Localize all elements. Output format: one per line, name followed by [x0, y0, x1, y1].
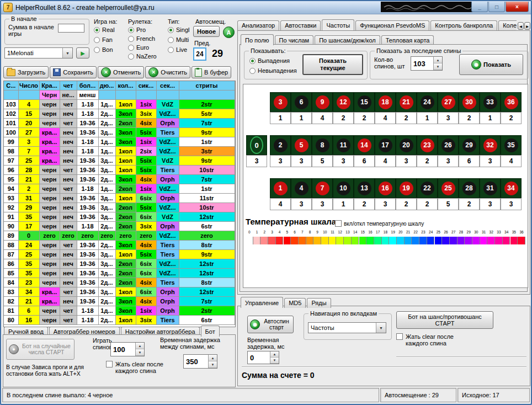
table-row[interactable]: 8334кра...чет19-363д...1кол6sixOrph12str [4, 287, 235, 297]
profile-combobox[interactable]: 1Melonati ▼ [4, 47, 73, 58]
control-tab-2[interactable]: MD5 [284, 298, 306, 308]
show-current-button[interactable]: Показать текущие [302, 54, 363, 75]
field-number-6[interactable]: 6 [291, 92, 312, 112]
main-tab-3[interactable]: Частоты [322, 19, 354, 30]
autoshift-new-button[interactable]: Новое [193, 26, 220, 37]
field-number-19[interactable]: 19 [396, 178, 417, 198]
freq-subtab-1[interactable]: По полю [241, 34, 274, 45]
buffer-button[interactable]: В буфер [191, 66, 231, 78]
field-number-35[interactable]: 35 [501, 135, 522, 155]
save-button[interactable]: Сохранить [50, 66, 97, 78]
roulette-option-2[interactable]: French [128, 35, 155, 42]
field-number-4[interactable]: 4 [291, 178, 312, 198]
field-number-1[interactable]: 1 [270, 178, 291, 198]
field-number-8[interactable]: 8 [312, 135, 333, 155]
type-option-2[interactable]: Multi [168, 36, 189, 43]
stepper-arrows-icon[interactable]: ▲▼ [135, 343, 144, 356]
field-number-27[interactable]: 27 [438, 92, 459, 112]
bot-delay-stepper[interactable]: 350 ▲▼ [183, 354, 217, 369]
field-number-0[interactable]: 0 [246, 135, 267, 155]
game-on-option-1[interactable]: Real [94, 26, 115, 33]
main-tab-1[interactable]: Анализатор [237, 20, 279, 30]
table-row[interactable]: 10027кра...неч19-363д...3кол5sixTiers9st… [4, 128, 235, 137]
minimize-button[interactable]: _ [471, 2, 488, 12]
play-button[interactable]: ▶ [76, 47, 89, 58]
chance-bot-button[interactable]: Бот на шанс/противошанс СТАРТ [396, 311, 493, 329]
start-sum-input[interactable] [58, 24, 84, 33]
table-row[interactable]: 816чернчет1-181д...3кол1sixOrph2str [4, 306, 235, 316]
table-row[interactable]: 1034чернчет1-181д...1кол1sixVdZ2str [4, 100, 235, 109]
main-tab-5[interactable]: Контроль банкролла [430, 20, 497, 30]
random-bot-button[interactable]: ● Бот на случайные числа СТАРТ [6, 339, 75, 360]
stepper-arrows-icon[interactable]: ▲▼ [433, 57, 442, 70]
table-row[interactable]: 10120чернчет19-362д...2кол4sixOrph7str [4, 119, 235, 128]
roulette-option-3[interactable]: Euro [128, 44, 149, 51]
field-number-17[interactable]: 17 [375, 135, 396, 155]
field-number-11[interactable]: 11 [333, 135, 354, 155]
table-row[interactable]: 942чернчет1-181д...2кол1sixVdZ...1str [4, 184, 235, 194]
control-delay-stepper[interactable]: 0 ▲▼ [247, 351, 279, 364]
main-tab-2[interactable]: Автоставки [280, 20, 321, 30]
field-number-24[interactable]: 24 [417, 92, 438, 112]
field-number-26[interactable]: 26 [438, 135, 459, 155]
titlebar[interactable]: 7 HelperRoullet 8.62 - create helperroul… [1, 1, 531, 14]
nav-combobox[interactable]: Частоты ▼ [308, 322, 386, 333]
table-row[interactable]: 9229черннеч19-363д...2кол5sixVdZ...10str [4, 203, 235, 212]
tab-scroll-left-icon[interactable]: ◀ [518, 22, 524, 30]
field-number-5[interactable]: 5 [291, 135, 312, 155]
game-on-option-2[interactable]: Fan [94, 36, 113, 43]
table-row[interactable]: 8824чернчет19-362д...3кол4sixTiers8str [4, 241, 235, 250]
field-number-23[interactable]: 23 [417, 135, 438, 155]
field-number-21[interactable]: 21 [396, 92, 417, 112]
field-number-31[interactable]: 31 [480, 178, 501, 198]
field-number-9[interactable]: 9 [312, 92, 333, 112]
field-number-12[interactable]: 12 [333, 92, 354, 112]
field-number-20[interactable]: 20 [396, 135, 417, 155]
field-number-29[interactable]: 29 [459, 135, 480, 155]
table-row[interactable]: 9628чернчет19-363д...1кол5sixTiers10str [4, 166, 235, 175]
field-number-18[interactable]: 18 [375, 92, 396, 112]
table-row[interactable]: 8423черннеч19-362д...2кол4sixTiers8str [4, 278, 235, 287]
table-row[interactable]: 8016чернчет1-182д...1кол3sixTiers6str [4, 316, 235, 325]
history-table[interactable]: С...ЧислоКра...четбол...дю...кол...сик..… [3, 81, 236, 327]
autospin-button[interactable]: ◉ Автоспин старт [247, 316, 294, 333]
table-row[interactable]: 9135черннеч19-363д...2кол6sixVdZ12str [4, 212, 235, 222]
field-number-15[interactable]: 15 [354, 92, 375, 112]
field-number-2[interactable]: 2 [270, 135, 291, 155]
table-row[interactable]: 9331черннеч19-363д...1кол6sixOrph11str [4, 194, 235, 203]
table-row[interactable]: 8535черннеч19-363д...2кол6sixVdZ...12str [4, 269, 235, 278]
field-number-33[interactable]: 33 [480, 92, 501, 112]
field-number-30[interactable]: 30 [459, 92, 480, 112]
chevron-down-icon[interactable]: ▼ [62, 48, 72, 58]
field-number-14[interactable]: 14 [354, 135, 375, 155]
field-number-13[interactable]: 13 [354, 178, 375, 198]
control-tab-1[interactable]: Управление [241, 297, 283, 308]
roulette-option-4[interactable]: NaZero [128, 53, 157, 60]
control-tab-3[interactable]: Ряды [307, 298, 331, 308]
show-button[interactable]: ◉ Показать [459, 54, 523, 75]
stepper-arrows-icon[interactable]: ▲▼ [208, 355, 217, 368]
chevron-down-icon[interactable]: ▼ [376, 323, 386, 333]
show-option-2[interactable]: Невыпадения [249, 67, 297, 74]
table-row[interactable]: 987кра...неч1-181д...1кол2sixVdZ...3str [4, 147, 235, 156]
table-row[interactable]: 993кра...неч1-181д...3кол1sixVdZ...1str [4, 137, 235, 147]
type-option-3[interactable]: Live [168, 46, 187, 53]
field-number-7[interactable]: 7 [312, 178, 333, 198]
temp-scale-checkbox[interactable]: вкл/откл температурную шкалу [335, 220, 424, 227]
table-row[interactable]: 9521черннеч19-362д...3кол4sixOrph7str [4, 175, 235, 184]
table-row[interactable]: 9725кра...неч19-363д...1кол5sixVdZ9str [4, 156, 235, 166]
field-number-34[interactable]: 34 [501, 178, 522, 198]
tab-scroll-right-icon[interactable]: ▶ [524, 22, 530, 30]
roulette-field[interactable]: 3161941221521842122412733023313622353851… [243, 84, 528, 288]
field-number-25[interactable]: 25 [438, 178, 459, 198]
control-clear-checkbox[interactable]: Жать clear после каждого спина [396, 333, 461, 347]
table-row[interactable]: 8221кра...неч19-362д...3кол4sixOrph7str [4, 297, 235, 306]
main-tab-6[interactable]: Колесо [498, 20, 517, 30]
field-number-32[interactable]: 32 [480, 135, 501, 155]
roulette-option-1[interactable]: Pro [128, 26, 146, 33]
table-row[interactable]: 8725черннеч19-363д...1кол5sixTiers9str [4, 250, 235, 259]
load-button[interactable]: Загрузить [3, 66, 49, 78]
field-number-36[interactable]: 36 [501, 92, 522, 112]
spins-count-stepper[interactable]: 100 ▲▼ [110, 342, 145, 356]
maximize-button[interactable]: □ [488, 2, 505, 12]
